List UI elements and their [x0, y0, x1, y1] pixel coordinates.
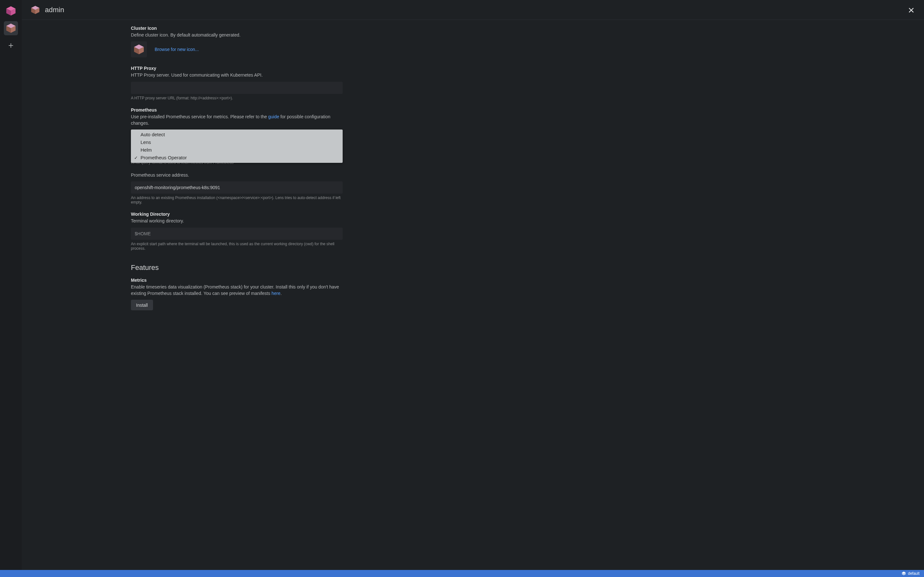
- http-proxy-desc: HTTP Proxy server. Used for communicatin…: [131, 72, 342, 78]
- cube-icon: [5, 5, 17, 17]
- cluster-icon-label: Cluster Icon: [131, 26, 342, 31]
- working-dir-input[interactable]: [131, 227, 342, 240]
- prometheus-address-input[interactable]: [131, 181, 342, 193]
- prometheus-desc: Use pre-installed Prometheus service for…: [131, 113, 342, 127]
- status-context[interactable]: default: [908, 571, 919, 576]
- prometheus-guide-link[interactable]: guide: [268, 114, 279, 119]
- plus-icon: +: [8, 41, 13, 50]
- cluster-icon-preview: [131, 41, 147, 57]
- http-proxy-input[interactable]: [131, 82, 342, 94]
- prometheus-address-hint: An address to an existing Prometheus ins…: [131, 195, 342, 205]
- cube-icon: [30, 5, 40, 15]
- section-http-proxy: HTTP Proxy HTTP Proxy server. Used for c…: [131, 66, 342, 100]
- prometheus-option-lens[interactable]: Lens: [131, 139, 342, 146]
- sidebar-cluster-admin[interactable]: [4, 21, 18, 35]
- section-cluster-icon: Cluster Icon Define cluster icon. By def…: [131, 26, 342, 57]
- http-proxy-hint: A HTTP proxy server URL (format: http://…: [131, 96, 342, 100]
- app-sidebar: +: [0, 0, 22, 570]
- cube-icon: [5, 23, 17, 34]
- section-working-dir: Working Directory Terminal working direc…: [131, 211, 342, 250]
- page-title: admin: [45, 6, 64, 14]
- section-metrics: Metrics Enable timeseries data visualiza…: [131, 277, 342, 311]
- topbar: admin ×: [22, 0, 924, 20]
- close-icon: ×: [908, 4, 914, 16]
- metrics-label: Metrics: [131, 277, 342, 283]
- metrics-desc: Enable timeseries data visualization (Pr…: [131, 284, 342, 297]
- sidebar-add-cluster[interactable]: +: [4, 39, 18, 53]
- working-dir-hint: An explicit start path where the termina…: [131, 242, 342, 251]
- cube-icon: [133, 43, 145, 55]
- prometheus-format-select[interactable]: Auto detect Lens Helm Prometheus Operato…: [131, 129, 342, 142]
- close-button[interactable]: ×: [907, 3, 916, 17]
- browse-icon-link[interactable]: Browse for new icon...: [155, 47, 199, 52]
- features-heading: Features: [131, 263, 342, 272]
- prometheus-label: Prometheus: [131, 107, 342, 113]
- status-bar: default: [0, 570, 924, 577]
- section-prometheus: Prometheus Use pre-installed Prometheus …: [131, 107, 342, 205]
- prometheus-option-auto[interactable]: Auto detect: [131, 131, 342, 139]
- layers-icon: [901, 571, 906, 576]
- metrics-here-link[interactable]: here: [271, 291, 280, 296]
- prometheus-format-dropdown: Auto detect Lens Helm Prometheus Operato…: [131, 129, 342, 163]
- prometheus-address-label: Prometheus service address.: [131, 172, 342, 178]
- working-dir-desc: Terminal working directory.: [131, 218, 342, 224]
- cluster-icon-desc: Define cluster icon. By default automati…: [131, 32, 342, 38]
- prometheus-option-helm[interactable]: Helm: [131, 146, 342, 154]
- prometheus-option-operator[interactable]: Prometheus Operator: [131, 154, 342, 161]
- sidebar-cluster-1[interactable]: [4, 4, 18, 18]
- working-dir-label: Working Directory: [131, 211, 342, 217]
- install-button[interactable]: Install: [131, 300, 153, 310]
- http-proxy-label: HTTP Proxy: [131, 66, 342, 71]
